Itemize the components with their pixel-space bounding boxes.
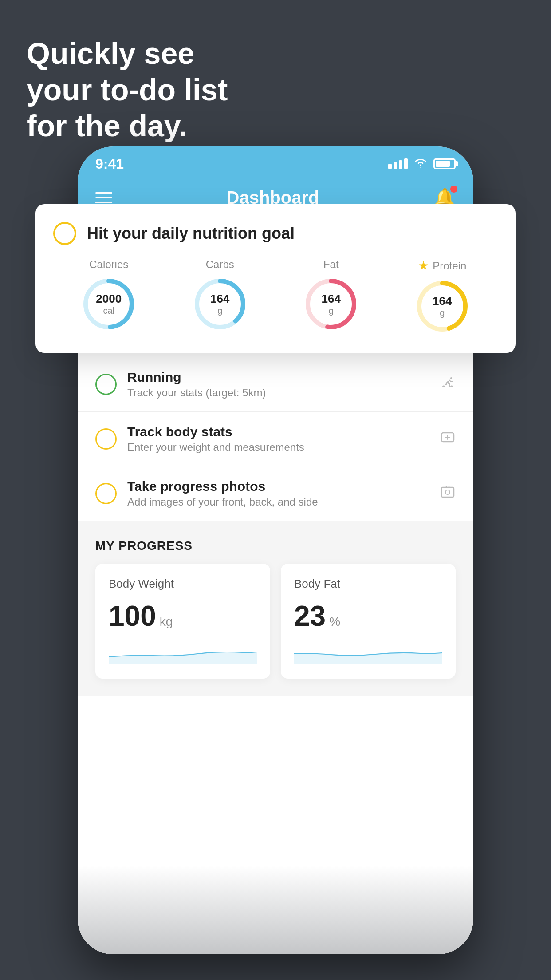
fat-label: Fat <box>323 258 339 271</box>
carbs-value: 164 g <box>210 292 229 316</box>
carbs-label: Carbs <box>206 258 234 271</box>
list-item[interactable]: Running Track your stats (target: 5km) <box>78 357 473 412</box>
list-item[interactable]: Track body stats Enter your weight and m… <box>78 412 473 466</box>
body-weight-unit: kg <box>160 615 173 629</box>
hero-text: Quickly see your to-do list for the day. <box>27 36 228 144</box>
signal-icon <box>388 158 408 169</box>
hero-line1: Quickly see <box>27 36 228 72</box>
nutrition-card: Hit your daily nutrition goal Calories 2… <box>35 204 516 353</box>
todo-check-circle <box>95 428 117 450</box>
card-check-circle <box>53 222 76 245</box>
nutrition-calories: Calories 2000 cal <box>80 258 138 333</box>
progress-cards-container: Body Weight 100 kg Body Fat 23 % <box>95 564 456 679</box>
body-fat-value: 23 % <box>294 600 442 632</box>
todo-item-sub: Enter your weight and measurements <box>127 441 429 454</box>
status-time: 9:41 <box>95 156 124 172</box>
todo-list: Running Track your stats (target: 5km) T… <box>78 357 473 521</box>
notification-dot <box>450 186 457 193</box>
carbs-chart: 164 g <box>191 275 249 333</box>
calories-label: Calories <box>89 258 128 271</box>
body-fat-sparkline <box>294 641 442 664</box>
card-title: Hit your daily nutrition goal <box>87 224 295 243</box>
menu-button[interactable] <box>95 192 112 203</box>
scale-icon <box>440 429 456 449</box>
nutrition-carbs: Carbs 164 g <box>191 258 249 333</box>
status-bar: 9:41 <box>78 146 473 178</box>
calories-value: 2000 cal <box>96 292 122 316</box>
todo-item-sub: Add images of your front, back, and side <box>127 496 429 508</box>
hero-line2: your to-do list <box>27 72 228 108</box>
nutrition-row: Calories 2000 cal Carbs <box>53 258 498 335</box>
body-fat-card[interactable]: Body Fat 23 % <box>281 564 456 679</box>
body-weight-value: 100 kg <box>109 600 257 632</box>
svg-point-0 <box>442 385 445 387</box>
todo-item-name: Running <box>127 370 429 385</box>
wifi-icon <box>414 157 427 171</box>
fat-chart: 164 g <box>302 275 360 333</box>
fat-value: 164 g <box>322 292 341 316</box>
body-weight-number: 100 <box>109 600 156 632</box>
my-progress-section: MY PROGRESS Body Weight 100 kg Body Fat <box>78 521 473 696</box>
todo-item-name: Take progress photos <box>127 479 429 494</box>
battery-icon <box>433 158 456 169</box>
body-fat-label: Body Fat <box>294 577 442 591</box>
protein-value: 164 g <box>433 294 452 318</box>
protein-label: Protein <box>433 260 466 272</box>
todo-item-text: Running Track your stats (target: 5km) <box>127 370 429 399</box>
card-header: Hit your daily nutrition goal <box>53 222 498 245</box>
hero-line3: for the day. <box>27 108 228 144</box>
svg-point-4 <box>445 490 450 494</box>
todo-check-circle <box>95 374 117 395</box>
todo-check-circle <box>95 483 117 504</box>
todo-item-sub: Track your stats (target: 5km) <box>127 387 429 399</box>
todo-item-name: Track body stats <box>127 424 429 439</box>
nutrition-fat: Fat 164 g <box>302 258 360 333</box>
svg-rect-3 <box>441 487 454 497</box>
running-icon <box>440 375 456 395</box>
todo-item-text: Take progress photos Add images of your … <box>127 479 429 508</box>
body-fat-unit: % <box>329 615 340 629</box>
nutrition-protein: ★ Protein 164 g <box>413 258 471 335</box>
calories-chart: 2000 cal <box>80 275 138 333</box>
status-icons <box>388 157 456 171</box>
body-weight-label: Body Weight <box>109 577 257 591</box>
body-weight-card[interactable]: Body Weight 100 kg <box>95 564 270 679</box>
svg-point-1 <box>450 385 453 387</box>
protein-chart: 164 g <box>413 277 471 335</box>
photo-icon <box>440 484 456 504</box>
star-icon: ★ <box>418 258 429 273</box>
my-progress-title: MY PROGRESS <box>95 539 456 553</box>
list-item[interactable]: Take progress photos Add images of your … <box>78 466 473 521</box>
body-weight-sparkline <box>109 641 257 664</box>
todo-item-text: Track body stats Enter your weight and m… <box>127 424 429 454</box>
body-fat-number: 23 <box>294 600 326 632</box>
